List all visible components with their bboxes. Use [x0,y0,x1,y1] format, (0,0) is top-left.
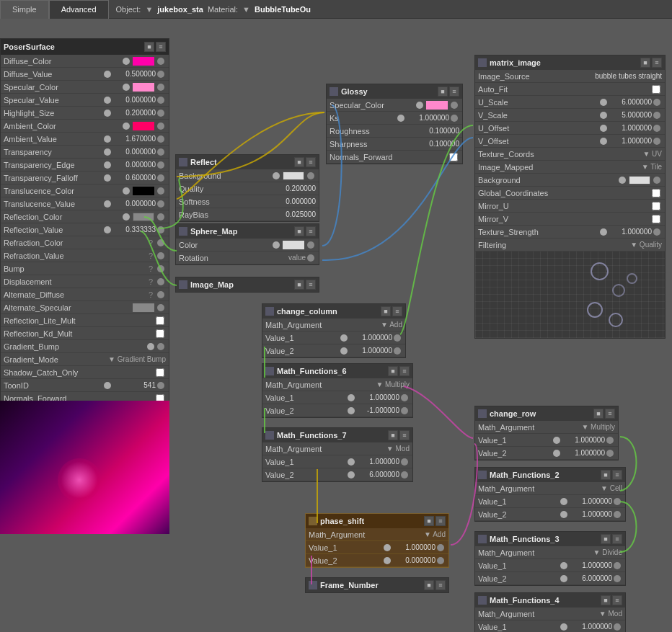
connector-sphere-color-right[interactable] [307,241,314,249]
sphere-map-header[interactable]: Sphere_Map ■ ≡ [176,224,319,239]
connector-translucence-color-right[interactable] [157,187,164,195]
math-functions-6-header[interactable]: Math_Functions_6 ■ ≡ [262,364,412,378]
change-row-header[interactable]: change_row ■ ≡ [475,406,618,421]
connector-ambient-color-right[interactable] [157,123,164,130]
connector-ambient-color-left[interactable] [123,123,130,130]
mf2-collapse-btn[interactable]: ■ [601,470,611,480]
connector-mf7-v1-right[interactable] [401,458,408,466]
mf6-menu-btn[interactable]: ≡ [399,366,410,376]
connector-mf3-v2-left[interactable] [560,575,567,582]
connector-glossy-sc-left[interactable] [416,102,423,109]
connector-mi-ts-right[interactable] [653,228,660,236]
reflect-header[interactable]: Reflect ■ ≡ [176,155,319,169]
connector-mf7-v2-left[interactable] [348,471,355,479]
mf2-header[interactable]: Math_Functions_2 ■ ≡ [475,468,625,482]
connector-mf6-v2-right[interactable] [401,407,408,414]
mf2-menu-btn[interactable]: ≡ [612,470,622,480]
connector-mf6-v1-right[interactable] [401,394,408,401]
mf4-header[interactable]: Math_Functions_4 ■ ≡ [475,593,625,607]
mf6-collapse-btn[interactable]: ■ [388,366,398,376]
glossy-menu-btn[interactable]: ≡ [449,86,459,97]
glossy-sc-swatch[interactable] [426,101,448,110]
cr-collapse-btn[interactable]: ■ [593,409,604,419]
connector-sphere-rotation-right[interactable] [307,254,314,262]
connector-highlight-size-right[interactable] [157,110,164,117]
mf3-menu-btn[interactable]: ≡ [612,534,622,544]
glossy-normals-forward-checkbox[interactable] [449,153,458,161]
reflect-menu-btn[interactable]: ≡ [306,157,316,167]
connector-toonid-left[interactable] [104,382,111,389]
connector-translucence-value-right[interactable] [157,200,164,208]
connector-mi-voffset-right[interactable] [653,138,660,145]
connector-transparency-right[interactable] [157,148,164,156]
connector-ps-v2-left[interactable] [384,557,391,564]
connector-toonid-right[interactable] [157,382,164,389]
connector-mi-vscale-left[interactable] [600,112,607,119]
connector-reflection-color-right[interactable] [157,213,164,221]
connector-mf6-v2-left[interactable] [348,407,355,414]
matrix-image-menu-btn[interactable]: ≡ [652,58,662,68]
change-column-menu-btn[interactable]: ≡ [392,306,402,316]
connector-translucence-color-left[interactable] [123,187,130,195]
connector-cc-v2-left[interactable] [340,347,348,355]
connector-cc-v1-left[interactable] [340,334,348,342]
fn-menu-btn[interactable]: ≡ [436,580,446,590]
connector-mi-bg-right[interactable] [653,177,660,184]
connector-alt-diffuse-right[interactable] [157,291,164,298]
mf3-header[interactable]: Math_Functions_3 ■ ≡ [475,532,625,546]
change-column-header[interactable]: change_column ■ ≡ [262,304,405,319]
connector-ps-v1-left[interactable] [384,544,391,551]
connector-cr-v2-left[interactable] [553,450,560,457]
mf7-menu-btn[interactable]: ≡ [399,430,410,440]
ps-menu-btn[interactable]: ≡ [436,516,446,526]
sphere-color-swatch[interactable] [283,241,304,249]
connector-reflect-bg-left[interactable] [273,172,280,179]
tab-advanced[interactable]: Advanced [49,0,109,19]
matrix-image-collapse-btn[interactable]: ■ [640,58,650,68]
connector-specular-color-left[interactable] [123,84,130,91]
reflection-lite-mult-checkbox[interactable] [156,316,164,325]
connector-cr-v1-left[interactable] [553,437,560,444]
connector-diffuse-color-right[interactable] [157,58,164,65]
math-functions-7-header[interactable]: Math_Functions_7 ■ ≡ [262,428,412,442]
connector-mf3-v2-right[interactable] [614,575,621,582]
mf7-collapse-btn[interactable]: ■ [388,430,398,440]
fn-collapse-btn[interactable]: ■ [424,580,434,590]
connector-reflection-value-left[interactable] [104,226,111,233]
connector-glossy-ks-left[interactable] [397,115,404,122]
phase-shift-header[interactable]: phase_shift ■ ≡ [306,514,448,528]
connector-diffuse-value-left[interactable] [104,71,111,78]
connector-mf4-v1-left[interactable] [560,623,567,631]
tab-simple[interactable]: Simple [0,0,49,19]
image-map-menu-btn[interactable]: ≡ [306,280,316,290]
connector-reflection-color-left[interactable] [123,213,130,221]
connector-cr-v1-right[interactable] [606,437,614,444]
connector-transparency-edge-left[interactable] [104,161,111,169]
connector-mi-vscale-right[interactable] [653,112,660,119]
mi-auto-fit-checkbox[interactable] [652,85,660,94]
connector-transparency-falloff-left[interactable] [104,174,111,182]
connector-displacement-right[interactable] [157,278,164,285]
mf3-collapse-btn[interactable]: ■ [601,534,611,544]
connector-mf7-v2-right[interactable] [401,471,408,479]
connector-cc-v2-right[interactable] [394,347,401,355]
connector-reflection-value-right[interactable] [157,226,164,233]
reflection-color-swatch[interactable] [133,213,154,221]
connector-specular-value-right[interactable] [157,97,164,104]
mf4-collapse-btn[interactable]: ■ [601,595,611,605]
reflect-bg-swatch[interactable] [283,172,304,180]
connector-alt-specular-right[interactable] [157,304,164,311]
connector-transparency-left[interactable] [104,148,111,156]
connector-ambient-value-right[interactable] [157,135,164,143]
connector-refraction-value-right[interactable] [157,252,164,259]
change-column-collapse-btn[interactable]: ■ [381,306,391,316]
connector-diffuse-color-left[interactable] [123,58,130,65]
mi-global-coords-checkbox[interactable] [652,189,660,197]
connector-glossy-ks-right[interactable] [451,115,458,122]
connector-mf4-v1-right[interactable] [614,623,621,631]
connector-specular-color-right[interactable] [157,84,164,91]
cr-menu-btn[interactable]: ≡ [605,409,615,419]
connector-highlight-size-left[interactable] [104,110,111,117]
image-map-header[interactable]: Image_Map ■ ≡ [176,277,319,292]
reflection-kd-mult-checkbox[interactable] [156,329,164,338]
